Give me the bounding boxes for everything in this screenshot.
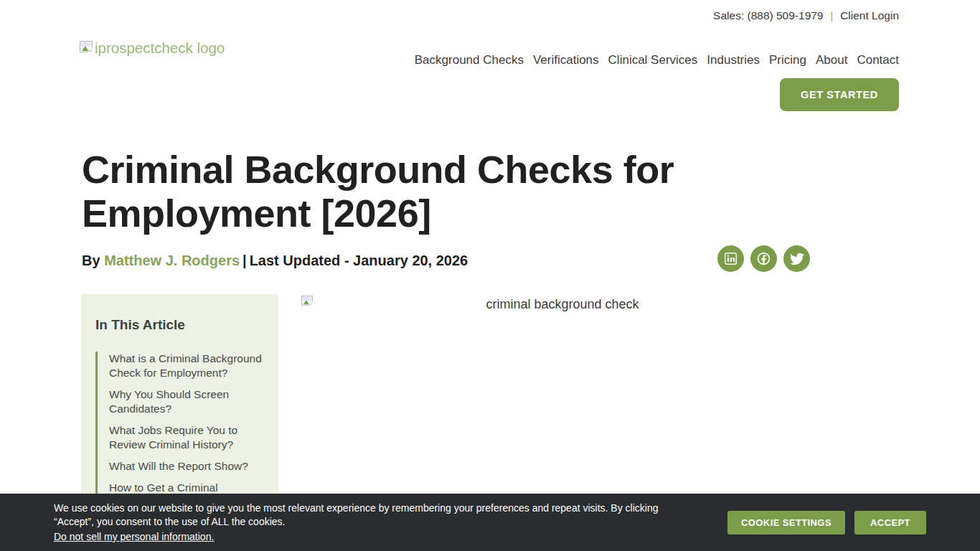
client-login-link[interactable]: Client Login (840, 9, 899, 22)
cookie-accept-button[interactable]: ACCEPT (854, 511, 926, 534)
get-started-button[interactable]: GET STARTED (780, 78, 899, 111)
nav-industries[interactable]: Industries (707, 53, 760, 67)
toc-heading: In This Article (95, 317, 264, 333)
nav-about[interactable]: About (816, 53, 847, 67)
sales-phone: Sales: (888) 509-1979 (713, 9, 823, 22)
facebook-share-button[interactable] (750, 245, 777, 272)
nav-pricing[interactable]: Pricing (769, 53, 806, 67)
toc-item-what-is[interactable]: What is a Criminal Background Check for … (109, 352, 264, 380)
article-image-broken: criminal background check (301, 294, 824, 481)
toc-item-what-jobs[interactable]: What Jobs Require You to Review Criminal… (109, 423, 264, 452)
do-not-sell-link[interactable]: Do not sell my personal information. (54, 531, 214, 542)
page-title: Criminal Background Checks for Employmen… (82, 148, 806, 235)
cookie-settings-button[interactable]: COOKIE SETTINGS (727, 511, 845, 534)
nav-verifications[interactable]: Verifications (533, 53, 599, 67)
broken-image-icon (80, 39, 93, 57)
page: Sales: (888) 509-1979 | Client Login ipr… (0, 0, 980, 551)
twitter-share-button[interactable] (783, 245, 810, 272)
nav-clinical-services[interactable]: Clinical Services (608, 53, 698, 67)
byline: By Matthew J. Rodgers|Last Updated - Jan… (82, 253, 468, 269)
toc-item-report-show[interactable]: What Will the Report Show? (109, 459, 264, 474)
byline-prefix: By (82, 253, 104, 268)
linkedin-share-button[interactable] (717, 245, 744, 272)
author-link[interactable]: Matthew J. Rodgers (104, 253, 240, 268)
cookie-message: We use cookies on our website to give yo… (54, 501, 689, 529)
toc-list: What is a Criminal Background Check for … (95, 352, 264, 495)
nav-background-checks[interactable]: Background Checks (415, 53, 524, 67)
last-updated: Last Updated - January 20, 2026 (250, 253, 468, 268)
topbar-separator: | (831, 10, 834, 22)
linkedin-icon (724, 252, 738, 265)
image-alt-text: criminal background check (301, 297, 824, 312)
top-utility-bar: Sales: (888) 509-1979 | Client Login (713, 9, 899, 22)
site-logo[interactable]: iprospectcheck logo (80, 39, 225, 57)
nav-contact[interactable]: Contact (857, 53, 899, 67)
toc-item-why-screen[interactable]: Why You Should Screen Candidates? (109, 387, 264, 416)
cookie-banner: We use cookies on our website to give yo… (0, 494, 980, 551)
byline-separator: | (240, 253, 250, 268)
toc-item-how-to-get[interactable]: How to Get a Criminal (109, 481, 264, 495)
logo-alt-text: iprospectcheck logo (95, 39, 225, 57)
twitter-icon (790, 252, 804, 266)
main-nav: Background Checks Verifications Clinical… (415, 53, 899, 67)
social-share (717, 245, 810, 272)
facebook-icon (756, 251, 771, 266)
